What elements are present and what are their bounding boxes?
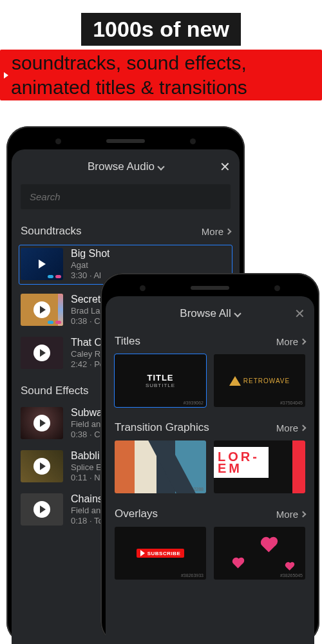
chevron-down-icon[interactable] (234, 310, 241, 317)
more-titles[interactable]: More (276, 336, 305, 347)
more-soundtracks[interactable]: More (202, 226, 231, 237)
browse-all-header: Browse All ✕ (106, 296, 314, 331)
more-transitions[interactable]: More (276, 422, 305, 433)
close-icon[interactable]: ✕ (220, 159, 231, 175)
play-icon[interactable] (33, 501, 50, 518)
overlay-card[interactable]: #38265045 (214, 527, 305, 580)
heart-icon (262, 538, 276, 552)
play-icon[interactable] (33, 301, 50, 318)
triangle-icon (229, 376, 241, 386)
transition-card[interactable]: #22942288 (115, 440, 206, 493)
headline-badge: 1000s of new (81, 13, 241, 46)
more-overlays[interactable]: More (276, 509, 305, 520)
subscribe-badge: SUBSCRIBE (137, 549, 185, 558)
headline-subtitle: soundtracks, sound effects, animated tit… (0, 50, 322, 100)
section-overlays: Overlays More (106, 504, 314, 527)
title-card[interactable]: TITLE SUBTITLE #3939062 (115, 354, 206, 407)
chevron-down-icon[interactable] (157, 163, 164, 170)
browse-audio-header: Browse Audio ✕ (12, 149, 240, 184)
chevron-right-icon (300, 424, 307, 431)
phone-assets: Browse All ✕ Titles More TITLE SUBTITLE … (100, 273, 319, 644)
chevron-right-icon (300, 511, 307, 517)
play-icon[interactable] (33, 345, 50, 361)
section-soundtracks: Soundtracks More (12, 221, 240, 244)
chevron-right-icon (225, 228, 232, 234)
transition-card[interactable]: LOR-EM (214, 440, 305, 493)
search-input[interactable]: Search (21, 184, 231, 209)
play-icon[interactable] (33, 458, 50, 475)
section-transitions: Transition Graphics More (106, 417, 314, 440)
chevron-right-icon (300, 338, 307, 345)
overlay-card[interactable]: SUBSCRIBE #38263933 (115, 527, 206, 580)
title-card[interactable]: RETROWAVE #37504045 (214, 354, 305, 407)
section-titles: Titles More (106, 331, 314, 354)
heart-icon (286, 563, 294, 571)
play-icon[interactable] (33, 415, 50, 431)
close-icon[interactable]: ✕ (294, 306, 305, 321)
heart-icon (234, 559, 243, 569)
